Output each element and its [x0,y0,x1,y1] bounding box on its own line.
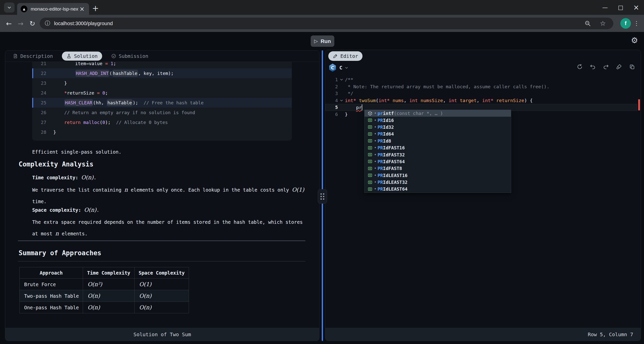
editor-code-text: int* twoSum(int* nums, int numsSize, int… [345,98,533,103]
copy-icon[interactable] [629,64,635,70]
editor-line[interactable]: 2 * Note: The returned array must be mal… [325,83,637,90]
url-text[interactable]: localhost:3000/playground [54,21,584,26]
solution-footer: Solution of Two Sum [5,328,319,341]
constant-icon [367,145,374,150]
autocomplete-item[interactable]: •PRId32 [365,124,511,131]
autocomplete-item[interactable]: •PRIdFAST32 [365,151,511,158]
browser-tab[interactable]: ▲ monaco-editor-lsp-next × [17,3,89,15]
editor-line-number: 2 [325,84,338,89]
solution-code-block: 21 item→value = 1;22 HASH_ADD_INT(hashTa… [32,62,292,141]
line-number: 25 [33,100,46,105]
autocomplete-item[interactable]: •PRId8 [365,138,511,144]
code-text: return malloc(0); // Allocate 0 bytes [53,120,168,125]
autocomplete-item[interactable]: •PRIdFAST64 [365,158,511,165]
code-line: 23 } [32,78,292,88]
language-selector[interactable]: C C [329,63,348,73]
function-cube-icon [367,111,374,116]
reload-icon[interactable]: ↻ [29,20,35,27]
address-bar[interactable]: ⓘ localhost:3000/playground ☆ [40,18,613,29]
bullet-icon: • [374,173,377,178]
cell-approach: Brute Force [20,279,83,290]
window-minimize-button[interactable]: — [597,0,613,15]
col-space: Space Complexity [135,267,189,279]
bullet-icon: • [374,118,377,123]
tab-search-button[interactable] [4,3,15,13]
editor-statusbar: Row 5, Column 7 [325,328,641,341]
chevron-down-icon [7,5,12,10]
line-number: 24 [33,90,46,96]
profile-avatar[interactable]: f [620,18,631,29]
code-line: 22 HASH_ADD_INT(hashTable, key, item); [32,68,292,78]
forward-icon[interactable]: → [18,20,24,27]
tab-submission[interactable]: Submission [110,52,150,61]
panel-divider-handle[interactable] [318,189,327,204]
table-row: Two-pass Hash TableO(n)O(n) [20,290,189,302]
autocomplete-label: PRId32 [378,124,394,130]
autocomplete-label: printf(const char *, … ) [378,111,443,116]
error-marker [638,99,640,110]
autocomplete-label: PRId16 [378,118,394,123]
editor-line[interactable]: 4int* twoSum(int* nums, int numsSize, in… [325,97,637,104]
tab-solution[interactable]: Solution [62,52,102,61]
editor-line[interactable]: 1/** [325,76,637,83]
bullet-icon: • [374,145,377,150]
autocomplete-item[interactable]: •PRId64 [365,131,511,137]
constant-icon [367,159,374,164]
bullet-icon: • [374,139,377,143]
autocomplete-label: PRIdFAST64 [378,159,405,164]
app-topbar: ▷ Run ⚙ [0,32,644,50]
window-maximize-button[interactable]: □ [613,0,628,15]
flask-icon [66,54,71,59]
new-tab-button[interactable]: + [92,4,99,12]
run-button[interactable]: ▷ Run [311,35,334,47]
time-complexity-paragraph: Time complexity: O(n). [32,172,96,183]
cell-space: O(n) [135,302,189,313]
autocomplete-label: PRIdFAST16 [378,145,405,150]
constant-icon [367,166,374,171]
check-circle-icon [111,54,116,59]
editor-tab[interactable]: Editor [328,51,363,61]
autocomplete-label: PRId64 [378,131,394,137]
autocomplete-item[interactable]: •PRIdLEAST64 [365,186,511,192]
browser-tabstrip: ▲ monaco-editor-lsp-next × + — □ × [0,0,644,15]
bullet-icon: • [374,159,377,164]
tab-description[interactable]: Description [11,52,54,61]
tab-close-icon[interactable]: × [78,6,86,12]
autocomplete-item[interactable]: •PRIdFAST16 [365,144,511,151]
format-brush-icon[interactable] [616,64,622,70]
line-number: 27 [33,120,46,125]
cell-time: O(n) [83,290,135,302]
editor-line[interactable]: 3 */ [325,90,637,97]
section-divider [18,240,305,241]
autocomplete-item[interactable]: •PRId16 [365,117,511,123]
autocomplete-item[interactable]: •printf(const char *, … ) [365,110,511,117]
fold-chevron-icon[interactable] [338,99,345,102]
code-text: } [53,130,56,135]
solution-paragraph: Efficient single-pass solution. [32,146,122,158]
code-text: } [53,80,67,86]
redo-icon[interactable] [603,64,609,70]
autocomplete-item[interactable]: •PRIdLEAST32 [365,179,511,186]
bookmark-star-icon[interactable]: ☆ [600,20,606,27]
line-number: 21 [33,62,46,66]
autocomplete-label: PRIdLEAST32 [378,180,408,185]
site-info-icon[interactable]: ⓘ [45,21,50,26]
undo-icon[interactable] [590,64,596,70]
browser-menu-icon[interactable]: ⋮ [633,20,639,26]
constant-icon [367,152,374,157]
site-favicon-icon: ▲ [21,6,27,12]
autocomplete-label: PRIdLEAST16 [378,173,408,178]
line-number: 22 [33,71,46,76]
edit-pencil-icon [333,54,338,59]
autocomplete-label: PRIdFAST32 [378,152,405,157]
window-controls: — □ × [597,0,644,15]
reset-icon[interactable] [577,64,583,70]
zoom-out-icon[interactable] [584,20,591,27]
autocomplete-item[interactable]: •PRIdLEAST16 [365,172,511,179]
settings-gear-icon[interactable]: ⚙ [631,36,638,44]
autocomplete-item[interactable]: •PRIdFAST8 [365,165,511,172]
fold-chevron-icon[interactable] [338,78,345,81]
back-icon[interactable]: ← [6,20,12,27]
constant-icon [367,180,374,185]
window-close-button[interactable]: × [628,0,644,15]
